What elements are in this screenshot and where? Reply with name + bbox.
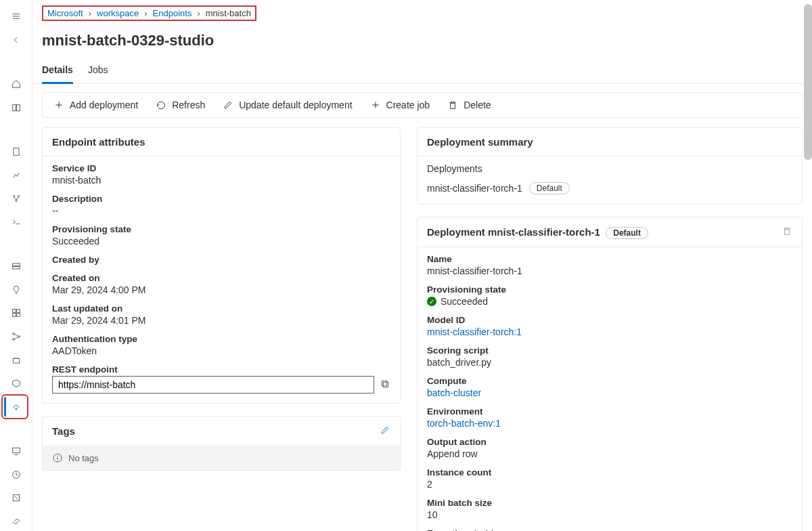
edit-icon [223,100,233,110]
edit-tags-icon[interactable] [380,425,390,438]
output-action-value: Append row [427,448,792,459]
datalabeling-icon[interactable] [5,488,27,508]
delete-label: Delete [464,100,491,110]
automl-icon[interactable] [5,166,27,186]
svg-rect-27 [12,448,20,452]
jobs-icon[interactable] [5,280,27,300]
check-icon: ✓ [427,297,436,306]
deploy-prov-value: Succeeded [441,296,488,307]
deployment-detail-card: Deployment mnist-classifier-torch-1 Defa… [417,217,803,531]
home-icon[interactable] [5,75,27,94]
auth-type-label: Authentication type [52,334,390,344]
notebooks-icon[interactable] [5,142,27,162]
svg-line-22 [14,337,18,339]
scoring-label: Scoring script [427,345,792,356]
endpoints-icon[interactable] [4,397,26,417]
chevron-right-icon: › [144,8,147,18]
components-icon[interactable] [5,303,27,323]
svg-point-45 [58,456,58,456]
delete-deployment-icon[interactable] [782,226,792,238]
svg-rect-12 [12,263,20,266]
svg-rect-23 [13,358,19,363]
add-deployment-label: Add deployment [70,100,138,110]
prompt-icon[interactable] [5,213,27,232]
environment-label: Environment [427,406,792,417]
svg-rect-14 [12,310,16,313]
svg-point-6 [13,196,15,198]
rest-endpoint-input[interactable] [52,376,374,394]
scoring-value: batch_driver.py [427,357,792,368]
menu-icon[interactable] [5,7,27,26]
refresh-button[interactable]: Refresh [156,100,205,110]
create-job-button[interactable]: Create job [370,100,430,110]
svg-line-9 [14,197,16,200]
created-on-value: Mar 29, 2024 4:00 PM [52,284,390,295]
create-job-label: Create job [386,100,430,110]
data-icon[interactable] [5,257,27,276]
deployment-detail-title: Deployment mnist-classifier-torch-1 Defa… [427,226,648,238]
models-icon[interactable] [5,374,27,394]
chevron-right-icon: › [197,8,200,18]
svg-point-18 [12,333,14,335]
svg-line-21 [14,334,18,336]
tags-title: Tags [52,425,75,437]
sidebar [0,0,32,531]
update-default-label: Update default deployment [239,100,352,110]
trash-icon [447,100,458,110]
rest-endpoint-label: REST endpoint [52,364,390,375]
tabs: Details Jobs [32,59,812,84]
mini-batch-value: 10 [427,509,792,520]
svg-rect-4 [16,104,20,110]
environment-link[interactable]: torch-batch-env:1 [427,418,792,429]
copy-icon[interactable] [380,379,390,391]
service-id-value: mnist-batch [52,175,390,186]
breadcrumb-microsoft[interactable]: Microsoft [47,8,83,18]
pipelines-icon[interactable] [5,327,27,347]
deploy-prov-label: Provisioning state [427,284,792,295]
provisioning-state-label: Provisioning state [52,224,390,234]
svg-rect-16 [12,314,16,317]
tab-details[interactable]: Details [42,59,73,84]
tags-card: Tags No tags [42,416,401,471]
info-icon [52,452,63,463]
instance-count-label: Instance count [427,467,792,477]
svg-rect-13 [12,267,20,269]
breadcrumb: Microsoft › workspace › Endpoints › mnis… [32,0,812,26]
plus-icon [370,100,381,110]
deploy-name-value: mnist-classifier-torch-1 [427,266,792,276]
deployment-summary-name: mnist-classifier-torch-1 [427,183,522,194]
monitoring-icon[interactable] [5,465,27,484]
svg-point-19 [12,339,14,341]
refresh-icon [156,100,166,110]
service-id-label: Service ID [52,163,390,173]
mini-batch-label: Mini batch size [427,498,792,508]
svg-point-26 [15,408,17,410]
delete-button[interactable]: Delete [447,100,491,110]
scrollbar[interactable] [804,4,812,527]
designer-icon[interactable] [5,189,27,209]
created-by-label: Created by [52,255,390,265]
linked-icon[interactable] [5,511,27,531]
environments-icon[interactable] [5,350,27,370]
compute-icon[interactable] [5,442,27,461]
breadcrumb-endpoints[interactable]: Endpoints [153,8,192,18]
tab-jobs[interactable]: Jobs [88,59,108,83]
svg-rect-3 [12,104,16,110]
add-deployment-button[interactable]: Add deployment [53,100,138,110]
update-default-button[interactable]: Update default deployment [223,100,352,110]
last-updated-label: Last updated on [52,303,390,314]
created-on-label: Created on [52,273,390,283]
breadcrumb-workspace[interactable]: workspace [97,8,139,18]
refresh-label: Refresh [172,100,205,110]
endpoint-attributes-card: Endpoint attributes Service IDmnist-batc… [42,127,401,404]
provisioning-state-value: Succeeded [52,236,390,247]
model-id-link[interactable]: mnist-classifier-torch:1 [427,326,792,337]
compute-link[interactable]: batch-cluster [427,387,792,398]
default-badge: Default [606,227,648,239]
catalog-icon[interactable] [5,98,27,118]
svg-point-7 [18,196,20,198]
description-value: -- [52,205,390,216]
deployment-summary-title: Deployment summary [418,128,802,156]
page-title: mnist-batch-0329-studio [32,26,812,59]
back-icon[interactable] [5,30,27,50]
